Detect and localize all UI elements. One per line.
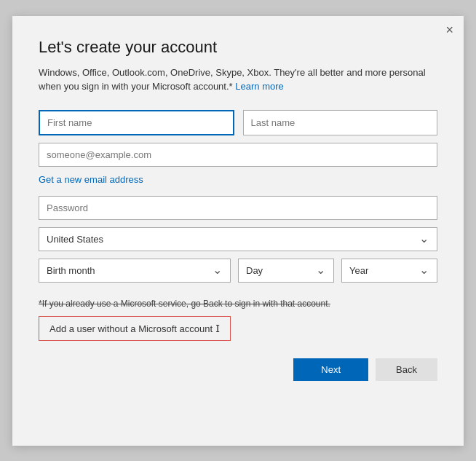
email-row	[39, 143, 437, 167]
learn-more-link[interactable]: Learn more	[235, 81, 283, 92]
next-button[interactable]: Next	[293, 358, 368, 381]
info-strikethrough-text: *If you already use a Microsoft service,…	[39, 299, 330, 309]
last-name-input[interactable]	[243, 110, 437, 135]
year-select[interactable]: Year 20001999 19981997	[341, 259, 437, 283]
dob-row: Birth month January February March April…	[39, 259, 437, 283]
add-user-link[interactable]: Add a user without a Microsoft account𝖨	[39, 316, 231, 341]
get-email-row: Get a new email address	[39, 173, 437, 186]
day-select-wrapper: Day 123 456 789 10	[238, 259, 334, 283]
info-text: *If you already use a Microsoft service,…	[39, 297, 437, 310]
password-input[interactable]	[39, 196, 437, 220]
create-account-dialog: × Let's create your account Windows, Off…	[12, 16, 464, 446]
subtitle-text: Windows, Office, Outlook.com, OneDrive, …	[39, 67, 426, 92]
back-button[interactable]: Back	[376, 358, 437, 381]
year-select-wrapper: Year 20001999 19981997	[341, 259, 437, 283]
footer-row: Next Back	[39, 358, 437, 381]
add-user-label: Add a user without a Microsoft account	[49, 323, 213, 334]
country-select[interactable]: United States Canada United Kingdom Aust…	[39, 227, 437, 251]
close-button[interactable]: ×	[445, 23, 453, 36]
get-new-email-link[interactable]: Get a new email address	[39, 174, 143, 185]
name-row	[39, 110, 437, 135]
email-input[interactable]	[39, 143, 437, 167]
password-row	[39, 196, 437, 220]
birth-month-select[interactable]: Birth month January February March April…	[39, 259, 231, 283]
dialog-subtitle: Windows, Office, Outlook.com, OneDrive, …	[39, 66, 437, 94]
dialog-title: Let's create your account	[39, 38, 437, 57]
country-row: United States Canada United Kingdom Aust…	[39, 227, 437, 251]
day-select[interactable]: Day 123 456 789 10	[238, 259, 334, 283]
country-select-wrapper: United States Canada United Kingdom Aust…	[39, 227, 437, 251]
cursor-icon: 𝖨	[215, 323, 220, 334]
birth-month-select-wrapper: Birth month January February March April…	[39, 259, 231, 283]
first-name-input[interactable]	[39, 110, 234, 135]
